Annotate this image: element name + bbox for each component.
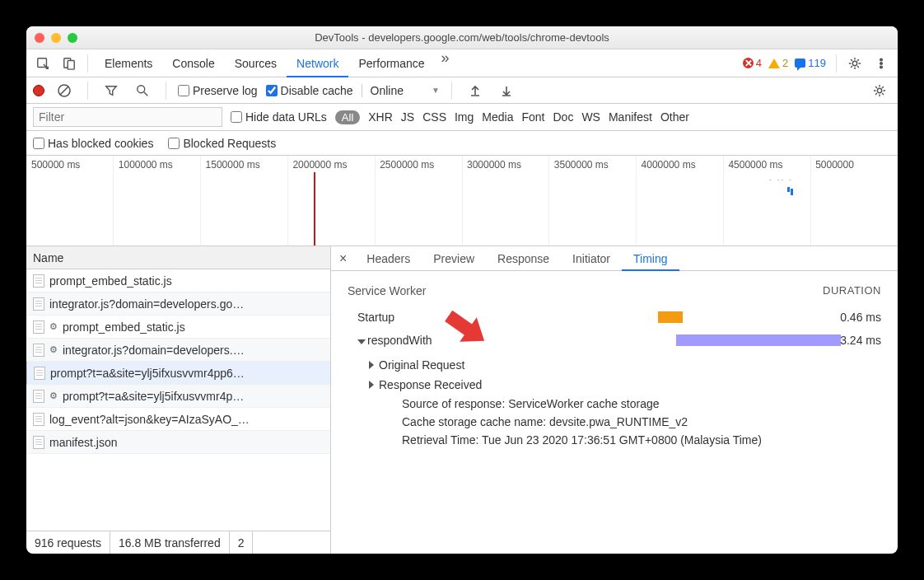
filter-bar: Hide data URLs All XHR JS CSS Img Media … [26, 104, 898, 131]
throttle-select[interactable]: Online ▼ [362, 84, 440, 97]
filter-xhr[interactable]: XHR [368, 110, 393, 124]
disable-cache-checkbox[interactable]: Disable cache [266, 84, 353, 97]
network-settings-icon[interactable] [868, 80, 891, 101]
upload-har-icon[interactable] [464, 80, 487, 101]
svg-line-8 [60, 87, 68, 95]
timing-row-respondwith[interactable]: respondWith 3.24 ms [348, 329, 881, 352]
settings-icon[interactable] [843, 53, 866, 74]
device-toggle-icon[interactable] [58, 53, 81, 74]
tab-sources[interactable]: Sources [225, 49, 287, 77]
request-row[interactable]: log_event?alt=json&key=AIzaSyAO_… [26, 408, 330, 431]
filter-manifest[interactable]: Manifest [609, 110, 652, 124]
svg-rect-2 [68, 60, 74, 69]
tab-timing[interactable]: Timing [622, 246, 679, 270]
request-row[interactable]: integrator.js?domain=developers.go… [26, 292, 330, 316]
detail-tabs: × Headers Preview Response Initiator Tim… [331, 246, 898, 271]
tab-headers[interactable]: Headers [355, 246, 422, 270]
filter-input[interactable] [33, 107, 222, 127]
respondwith-details: Original Request Response Received Sourc… [348, 355, 881, 449]
file-icon [33, 436, 44, 449]
request-count: 916 requests [26, 531, 110, 554]
request-row[interactable]: ⚙integrator.js?domain=developers.… [26, 339, 330, 362]
svg-point-4 [880, 58, 883, 61]
warning-icon [768, 58, 780, 68]
blocked-requests-checkbox[interactable]: Blocked Requests [168, 137, 276, 150]
tab-initiator[interactable]: Initiator [561, 246, 622, 270]
clear-button[interactable] [53, 80, 76, 101]
tab-console[interactable]: Console [162, 49, 224, 77]
timeline-marker [314, 172, 315, 246]
tab-response[interactable]: Response [486, 246, 561, 270]
response-received-row[interactable]: Response Received [369, 375, 881, 395]
filter-checks-row: Has blocked cookies Blocked Requests [26, 131, 898, 156]
request-row[interactable]: prompt?t=a&site=ylj5ifxusvvmr4pp6… [26, 362, 330, 385]
chevron-right-icon [369, 361, 374, 369]
file-icon [33, 274, 44, 288]
request-row[interactable]: prompt_embed_static.js [26, 269, 330, 292]
filter-media[interactable]: Media [482, 110, 513, 124]
filter-font[interactable]: Font [521, 110, 544, 124]
chevron-right-icon [369, 381, 374, 389]
filter-js[interactable]: JS [401, 110, 414, 124]
filter-ws[interactable]: WS [581, 110, 600, 124]
blocked-cookies-checkbox[interactable]: Has blocked cookies [33, 137, 153, 150]
svg-line-10 [144, 91, 147, 95]
transferred-size: 16.8 MB transferred [110, 531, 230, 554]
original-request-row[interactable]: Original Request [369, 355, 881, 375]
console-badges: 4 2 119 [743, 57, 826, 69]
request-row[interactable]: ⚙prompt_embed_static.js [26, 316, 330, 339]
errors-badge[interactable]: 4 [743, 57, 762, 69]
tab-elements[interactable]: Elements [95, 49, 162, 77]
tab-preview[interactable]: Preview [422, 246, 486, 270]
messages-badge[interactable]: 119 [795, 57, 826, 69]
gear-icon: ⚙ [49, 391, 58, 401]
timeline-overview[interactable]: 500000 ms 1000000 ms 1500000 ms 2000000 … [26, 156, 898, 246]
traffic-lights [35, 33, 77, 43]
request-row[interactable]: manifest.json [26, 431, 330, 454]
filter-icon[interactable] [100, 80, 123, 101]
timing-panel: Service Worker DURATION Startup 0.46 ms … [331, 271, 898, 554]
timeline-dot [787, 187, 790, 192]
main-split: Name prompt_embed_static.js integrator.j… [26, 246, 898, 554]
gear-icon: ⚙ [49, 344, 58, 355]
more-tabs-button[interactable]: » [435, 49, 456, 77]
minimize-window-button[interactable] [51, 33, 61, 43]
kebab-menu-icon[interactable] [870, 53, 893, 74]
hide-data-urls-checkbox[interactable]: Hide data URLs [231, 110, 327, 124]
request-row[interactable]: ⚙prompt?t=a&site=ylj5ifxusvvmr4p… [26, 385, 330, 408]
filter-doc[interactable]: Doc [553, 110, 573, 124]
gear-icon: ⚙ [49, 321, 58, 332]
timeline-labels: 500000 ms 1000000 ms 1500000 ms 2000000 … [26, 159, 898, 171]
response-source: Source of response: ServiceWorker cache … [369, 395, 881, 413]
section-title: Service Worker [348, 284, 426, 297]
svg-point-13 [877, 88, 881, 92]
inspect-icon[interactable] [31, 53, 54, 74]
close-window-button[interactable] [35, 33, 44, 43]
request-list: prompt_embed_static.js integrator.js?dom… [26, 269, 330, 531]
preserve-log-checkbox[interactable]: Preserve log [178, 84, 258, 97]
filter-all[interactable]: All [335, 110, 360, 124]
record-button[interactable] [33, 85, 44, 96]
maximize-window-button[interactable] [68, 33, 77, 43]
file-icon [33, 297, 44, 311]
warnings-badge[interactable]: 2 [768, 57, 788, 69]
timeline-activity: - -- - [769, 175, 793, 184]
tab-network[interactable]: Network [287, 49, 348, 77]
tab-performance[interactable]: Performance [348, 49, 434, 77]
search-icon[interactable] [131, 80, 154, 101]
timing-bar-startup [658, 311, 683, 323]
filter-other[interactable]: Other [660, 110, 689, 124]
main-tabs-bar: Elements Console Sources Network Perform… [26, 49, 898, 77]
message-icon [795, 58, 805, 68]
retrieval-time: Retrieval Time: Tue Jun 23 2020 17:36:51… [369, 431, 881, 449]
close-detail-button[interactable]: × [331, 251, 355, 266]
download-har-icon[interactable] [495, 80, 518, 101]
svg-point-5 [880, 62, 883, 64]
detail-pane: × Headers Preview Response Initiator Tim… [331, 246, 898, 554]
filter-css[interactable]: CSS [422, 110, 446, 124]
file-icon [33, 344, 44, 357]
name-column-header[interactable]: Name [26, 246, 330, 269]
devtools-window: DevTools - developers.google.com/web/too… [26, 26, 898, 554]
filter-img[interactable]: Img [455, 110, 474, 124]
svg-point-9 [138, 85, 145, 92]
